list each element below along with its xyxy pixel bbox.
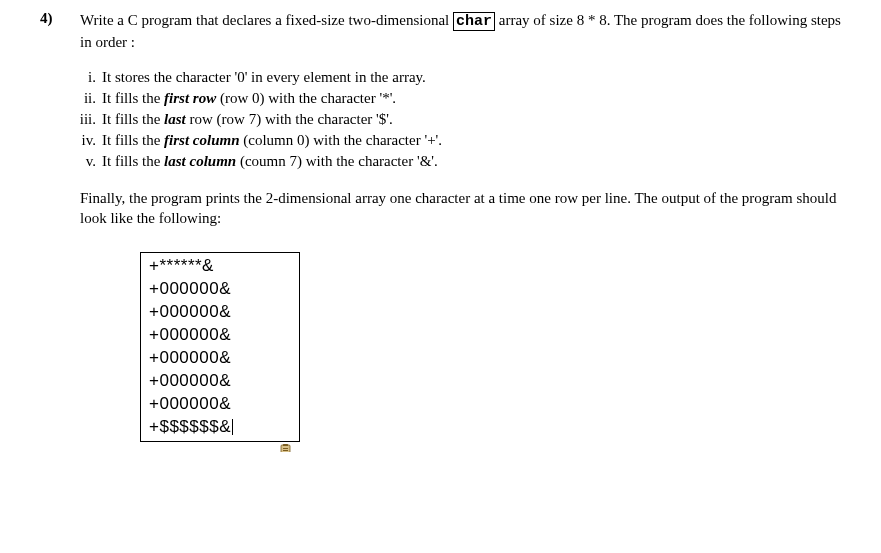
question-number: 4)	[40, 10, 68, 53]
step-numeral: i.	[70, 67, 96, 88]
step-pre: It fills the	[102, 111, 164, 127]
output-line: +000000&	[149, 301, 291, 324]
step-pre: It fills the	[102, 132, 164, 148]
expected-output-box: +******& +000000& +000000& +000000& +000…	[140, 252, 300, 442]
output-line: +$$$$$$&	[149, 417, 231, 436]
steps-list: i. It stores the character '0' in every …	[70, 67, 841, 172]
step-numeral: ii.	[70, 88, 96, 109]
paste-options-icon[interactable]	[278, 443, 294, 452]
intro-pre: Write a C program that declares a fixed-…	[80, 12, 453, 28]
step-item: i. It stores the character '0' in every …	[70, 67, 841, 88]
text-cursor-icon	[232, 419, 233, 435]
output-line: +000000&	[149, 347, 291, 370]
step-pre: It fills the	[102, 90, 164, 106]
step-numeral: v.	[70, 151, 96, 172]
boxed-char-word: char	[453, 12, 495, 31]
step-post: (row 0) with the character '*'.	[216, 90, 396, 106]
output-line: +000000&	[149, 324, 291, 347]
question-header: 4) Write a C program that declares a fix…	[40, 10, 841, 53]
step-post: (coumn 7) with the character '&'.	[236, 153, 438, 169]
step-item: ii. It fills the first row (row 0) with …	[70, 88, 841, 109]
svg-rect-3	[283, 450, 288, 451]
question-intro: Write a C program that declares a fixed-…	[80, 10, 841, 53]
output-last-line-wrapper: +$$$$$$&	[149, 416, 291, 439]
step-numeral: iv.	[70, 130, 96, 151]
output-line: +000000&	[149, 370, 291, 393]
step-post: row (row 7) with the character '$'.	[186, 111, 393, 127]
step-bold: last column	[164, 153, 236, 169]
step-numeral: iii.	[70, 109, 96, 130]
final-paragraph: Finally, the program prints the 2-dimens…	[80, 188, 841, 229]
svg-rect-2	[283, 448, 288, 449]
step-pre: It stores the character '0' in every ele…	[102, 69, 426, 85]
step-pre: It fills the	[102, 153, 164, 169]
output-line: +000000&	[149, 393, 291, 416]
step-item: iii. It fills the last row (row 7) with …	[70, 109, 841, 130]
step-item: v. It fills the last column (coumn 7) wi…	[70, 151, 841, 172]
output-line: +000000&	[149, 278, 291, 301]
output-line: +******&	[149, 255, 291, 278]
step-bold: first column	[164, 132, 239, 148]
svg-rect-1	[283, 444, 288, 446]
step-item: iv. It fills the first column (column 0)…	[70, 130, 841, 151]
step-bold: last	[164, 111, 186, 127]
step-post: (column 0) with the character '+'.	[240, 132, 443, 148]
step-bold: first row	[164, 90, 216, 106]
